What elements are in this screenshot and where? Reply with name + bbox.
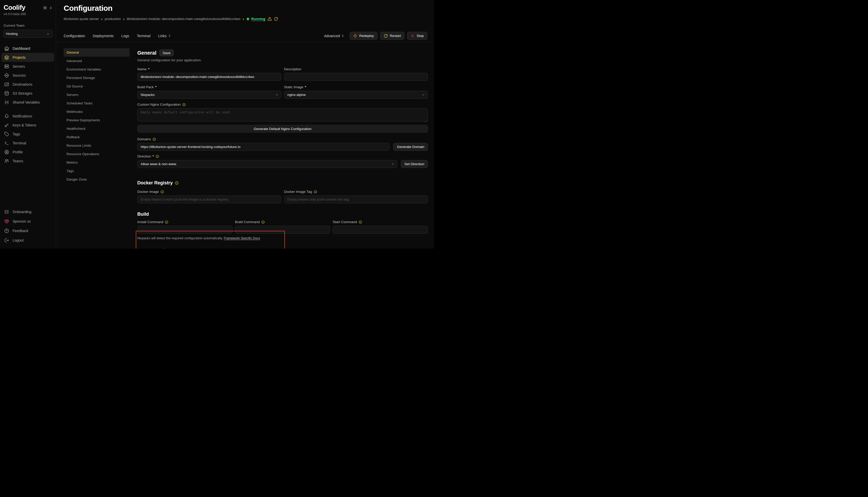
docker-image-label: Docker Image (137, 190, 159, 194)
generate-nginx-button[interactable]: Generate Default Nginx Configuration (137, 125, 428, 132)
refresh-icon[interactable] (274, 17, 278, 21)
config-menu-git-source[interactable]: Git Source (64, 82, 129, 90)
direction-select[interactable] (137, 160, 397, 168)
key-icon (4, 123, 9, 128)
redeploy-button[interactable]: Redeploy (349, 32, 377, 40)
tab-logs[interactable]: Logs (121, 34, 129, 38)
theme-unfold-icon[interactable] (49, 6, 53, 10)
breadcrumb-application[interactable]: illicitestonion/-module--decomposition:m… (127, 17, 240, 21)
sidebar-item-tags[interactable]: Tags (2, 129, 54, 139)
section-heading-docker-registry: Docker Registry (137, 180, 173, 186)
config-menu-persistent-storage[interactable]: Persistent Storage (64, 74, 129, 82)
build-command-input[interactable] (235, 226, 330, 233)
docker-image-tag-input[interactable] (284, 195, 428, 203)
sidebar-item-label: Notifications (13, 114, 32, 118)
docker-image-input[interactable] (137, 195, 281, 203)
sidebar-item-dashboard[interactable]: Dashboard (2, 44, 54, 53)
sidebar-item-terminal[interactable]: Terminal (2, 139, 54, 147)
config-menu-metrics[interactable]: Metrics (64, 158, 129, 167)
tab-terminal[interactable]: Terminal (137, 34, 150, 38)
framework-docs-link[interactable]: Framework Specific Docs (224, 237, 260, 240)
layers-icon (4, 55, 9, 60)
direction-label: Direction (137, 154, 151, 158)
build-pack-select[interactable] (137, 91, 281, 99)
config-menu-resource-limits[interactable]: Resource Limits (64, 141, 129, 150)
sidebar-item-teams[interactable]: Teams (2, 156, 54, 166)
breadcrumb-environment[interactable]: production (105, 17, 121, 21)
info-icon[interactable] (161, 190, 164, 194)
info-icon[interactable] (165, 220, 168, 224)
page-title: Configuration (64, 4, 427, 13)
sidebar-item-label: Terminal (13, 141, 26, 145)
sidebar-item-s3-storages[interactable]: S3 Storages (2, 89, 54, 98)
info-icon[interactable] (314, 190, 317, 194)
domains-input[interactable] (137, 143, 390, 151)
home-icon (4, 46, 9, 51)
info-icon[interactable] (359, 220, 362, 224)
tab-configuration[interactable]: Configuration (64, 34, 85, 38)
sidebar-item-destinations[interactable]: Destinations (2, 80, 54, 89)
config-menu-preview-deployments[interactable]: Preview Deployments (64, 116, 129, 124)
logout-icon (4, 238, 9, 243)
theme-sun-icon[interactable] (43, 6, 47, 10)
info-icon[interactable] (162, 248, 165, 249)
config-menu-healthcheck[interactable]: Healthcheck (64, 124, 129, 133)
info-icon[interactable] (182, 103, 186, 106)
sidebar-item-label: Profile (13, 150, 23, 154)
config-menu-servers[interactable]: Servers (64, 90, 129, 99)
sidebar-item-projects[interactable]: Projects (2, 53, 54, 62)
nixpacks-note: Nixpacks will detect the required config… (137, 237, 428, 240)
info-icon[interactable] (152, 138, 156, 141)
required-marker: * (312, 248, 313, 248)
name-input[interactable] (137, 73, 281, 81)
install-command-input[interactable] (137, 226, 233, 233)
build-command-label: Build Command (235, 220, 260, 224)
save-button[interactable]: Save (159, 49, 174, 56)
breadcrumb-project[interactable]: illicitonion quote server (64, 17, 99, 21)
sidebar-item-shared-variables[interactable]: Shared Variables (2, 98, 54, 107)
config-menu-general[interactable]: General (64, 48, 129, 57)
sidebar-item-keys-tokens[interactable]: Keys & Tokens (2, 120, 54, 129)
warning-triangle-icon[interactable] (267, 17, 272, 21)
sidebar-item-sources[interactable]: Sources (2, 71, 54, 80)
tab-deployments[interactable]: Deployments (93, 34, 114, 38)
docker-image-tag-label: Docker Image Tag (284, 190, 312, 194)
required-marker: * (148, 67, 149, 71)
description-input[interactable] (284, 73, 428, 81)
config-menu-tags[interactable]: Tags (64, 167, 129, 175)
config-menu-resource-operations[interactable]: Resource Operations (64, 150, 129, 158)
tab-links[interactable]: Links (158, 34, 171, 38)
generate-domain-button[interactable]: Generate Domain (393, 143, 428, 151)
breadcrumb-separator: › (123, 17, 124, 21)
config-menu-danger-zone[interactable]: Danger Zone (64, 175, 129, 184)
sidebar-item-label: S3 Storages (13, 91, 32, 95)
restart-button[interactable]: Restart (380, 32, 405, 40)
static-image-select[interactable] (284, 91, 428, 99)
info-icon[interactable] (175, 181, 179, 185)
sidebar-item-label: Feedback (13, 229, 28, 233)
config-menu-scheduled-tasks[interactable]: Scheduled Tasks (64, 99, 129, 108)
sidebar-item-profile[interactable]: Profile (2, 147, 54, 156)
install-command-label: Install Command (137, 220, 163, 224)
sidebar-item-sponsor-us[interactable]: Sponsor us (2, 216, 54, 226)
config-menu-rollback[interactable]: Rollback (64, 133, 129, 141)
advanced-dropdown[interactable]: Advanced (324, 34, 344, 38)
info-icon[interactable] (155, 155, 159, 158)
config-menu-advanced[interactable]: Advanced (64, 57, 129, 65)
status-running-link[interactable]: Running (251, 17, 265, 21)
stop-button[interactable]: Stop (407, 32, 427, 40)
sidebar-item-feedback[interactable]: Feedback (2, 226, 54, 236)
sidebar-item-servers[interactable]: Servers (2, 62, 54, 71)
sidebar-item-onboarding[interactable]: Onboarding (2, 207, 54, 216)
breadcrumb-separator: › (243, 17, 244, 21)
set-direction-button[interactable]: Set Direction (401, 160, 428, 168)
config-menu-environment-variables[interactable]: Environment Variables (64, 65, 129, 74)
team-select[interactable]: Hosting (3, 30, 53, 38)
custom-nginx-textarea[interactable] (137, 108, 428, 122)
section-heading-build: Build (137, 212, 149, 217)
info-icon[interactable] (261, 220, 265, 224)
sidebar-item-logout[interactable]: Logout (2, 236, 54, 245)
sidebar-item-notifications[interactable]: Notifications (2, 112, 54, 120)
start-command-input[interactable] (333, 226, 428, 233)
config-menu-webhooks[interactable]: Webhooks (64, 108, 129, 116)
